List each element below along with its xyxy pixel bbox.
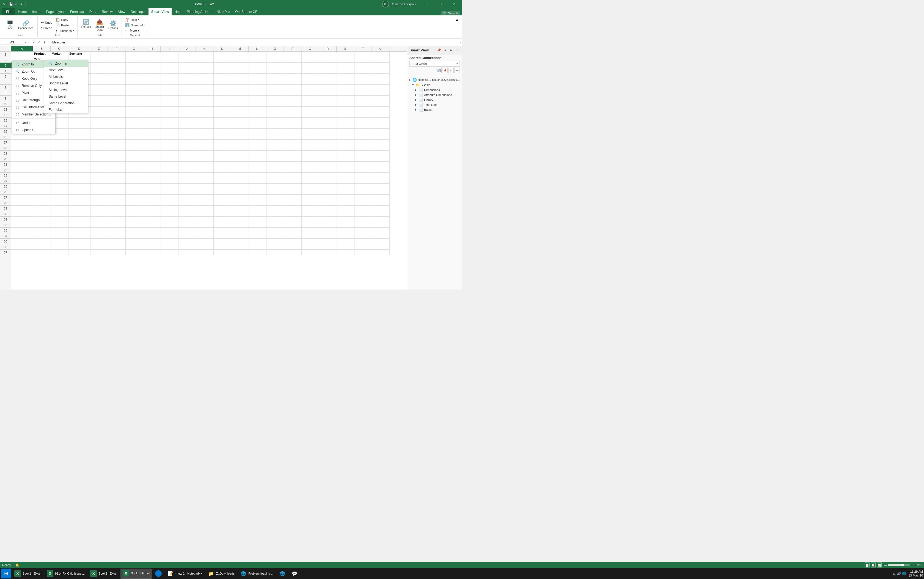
cell-c25[interactable]: [51, 184, 69, 189]
cell-j17[interactable]: [178, 140, 196, 145]
row-header-35[interactable]: 35: [0, 239, 11, 244]
cell-q4[interactable]: [302, 68, 319, 74]
cell-k1[interactable]: [196, 52, 214, 57]
cell-m30[interactable]: [231, 211, 249, 217]
cell-g15[interactable]: [126, 129, 143, 134]
cell-j15[interactable]: [178, 129, 196, 134]
sheet-info-button[interactable]: ℹ️ Sheet Info: [124, 23, 146, 28]
cell-t6[interactable]: [355, 79, 372, 85]
submit-data-button[interactable]: 📤 SubmitData: [94, 18, 106, 32]
formula-input[interactable]: [51, 40, 458, 44]
cell-u26[interactable]: [372, 189, 390, 195]
cell-r15[interactable]: [319, 129, 337, 134]
cell-j6[interactable]: [178, 79, 196, 85]
cell-b31[interactable]: [33, 217, 51, 222]
cell-e18[interactable]: [90, 145, 108, 150]
cell-m28[interactable]: [231, 200, 249, 206]
cell-h2[interactable]: [143, 57, 161, 63]
cell-r35[interactable]: [319, 239, 337, 244]
panel-button[interactable]: 🖥️ Panel: [4, 20, 15, 31]
cell-k37[interactable]: [196, 250, 214, 255]
zoom-in-submenu-item[interactable]: 🔍 Zoom In: [44, 60, 88, 67]
cell-f2[interactable]: [108, 57, 126, 63]
cell-t14[interactable]: [355, 123, 372, 129]
cell-s7[interactable]: [337, 85, 355, 90]
minimize-button[interactable]: ─: [421, 0, 433, 8]
cell-e7[interactable]: [90, 85, 108, 90]
cell-n6[interactable]: [249, 79, 267, 85]
cell-d32[interactable]: [69, 222, 90, 227]
cell-o37[interactable]: [267, 250, 284, 255]
cell-t17[interactable]: [355, 140, 372, 145]
cell-t36[interactable]: [355, 244, 372, 250]
cell-k33[interactable]: [196, 227, 214, 233]
cell-n37[interactable]: [249, 250, 267, 255]
cell-i33[interactable]: [161, 227, 178, 233]
cell-g34[interactable]: [126, 233, 143, 239]
cell-k24[interactable]: [196, 178, 214, 184]
cell-q31[interactable]: [302, 217, 319, 222]
cell-r6[interactable]: [319, 79, 337, 85]
formulas-submenu-item[interactable]: Formulas: [44, 106, 88, 113]
cell-m34[interactable]: [231, 233, 249, 239]
cell-s15[interactable]: [337, 129, 355, 134]
cell-u10[interactable]: [372, 101, 390, 107]
cell-g4[interactable]: [126, 68, 143, 74]
cell-f3[interactable]: [108, 63, 126, 68]
cell-j20[interactable]: [178, 156, 196, 162]
help-button[interactable]: ❓ Help ▾: [124, 17, 146, 22]
cell-h1[interactable]: [143, 52, 161, 57]
cell-k11[interactable]: [196, 107, 214, 112]
cell-h18[interactable]: [143, 145, 161, 150]
cell-c20[interactable]: [51, 156, 69, 162]
cell-n17[interactable]: [249, 140, 267, 145]
cell-r27[interactable]: [319, 195, 337, 200]
cell-e11[interactable]: [90, 107, 108, 112]
cell-a16[interactable]: [11, 134, 33, 140]
row-header-6[interactable]: 6: [0, 79, 11, 85]
cell-o19[interactable]: [267, 150, 284, 156]
sv-pin-nav-btn[interactable]: 📌: [442, 68, 448, 73]
cell-t34[interactable]: [355, 233, 372, 239]
cell-n21[interactable]: [249, 162, 267, 167]
cell-b35[interactable]: [33, 239, 51, 244]
cell-u33[interactable]: [372, 227, 390, 233]
cell-g20[interactable]: [126, 156, 143, 162]
row-header-16[interactable]: 16: [0, 134, 11, 140]
cell-e13[interactable]: [90, 118, 108, 123]
cell-a27[interactable]: [11, 195, 33, 200]
col-header-r[interactable]: R: [319, 46, 337, 51]
cell-n28[interactable]: [249, 200, 267, 206]
cell-n16[interactable]: [249, 134, 267, 140]
cell-m25[interactable]: [231, 184, 249, 189]
sv-provider-dropdown[interactable]: EPM Cloud ▾: [409, 61, 460, 67]
cell-l35[interactable]: [214, 239, 231, 244]
col-header-h[interactable]: H: [143, 46, 160, 51]
cell-o5[interactable]: [267, 74, 284, 79]
cell-b25[interactable]: [33, 184, 51, 189]
cell-u4[interactable]: [372, 68, 390, 74]
cell-m27[interactable]: [231, 195, 249, 200]
cell-s27[interactable]: [337, 195, 355, 200]
cell-c1[interactable]: Market: [51, 52, 69, 57]
cell-a22[interactable]: [11, 167, 33, 173]
cell-j21[interactable]: [178, 162, 196, 167]
cell-g31[interactable]: [126, 217, 143, 222]
cell-p26[interactable]: [284, 189, 302, 195]
cell-k12[interactable]: [196, 112, 214, 118]
row-header-4[interactable]: 4: [0, 68, 11, 74]
cell-k14[interactable]: [196, 123, 214, 129]
cell-u6[interactable]: [372, 79, 390, 85]
cell-t33[interactable]: [355, 227, 372, 233]
cell-t11[interactable]: [355, 107, 372, 112]
cell-m21[interactable]: [231, 162, 249, 167]
sv-refresh-btn[interactable]: 🔄: [436, 68, 442, 73]
cell-l1[interactable]: [214, 52, 231, 57]
cell-f37[interactable]: [108, 250, 126, 255]
cell-i22[interactable]: [161, 167, 178, 173]
cell-h33[interactable]: [143, 227, 161, 233]
cell-f34[interactable]: [108, 233, 126, 239]
cell-u27[interactable]: [372, 195, 390, 200]
cell-j37[interactable]: [178, 250, 196, 255]
cell-k16[interactable]: [196, 134, 214, 140]
